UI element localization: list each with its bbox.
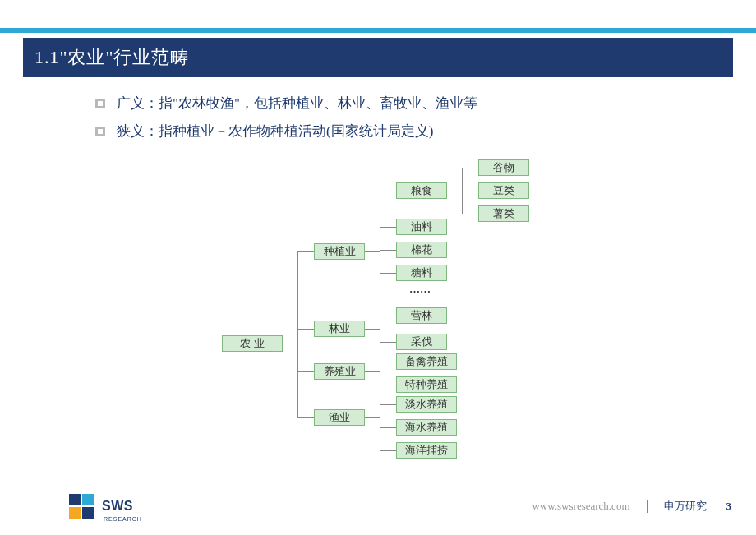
node-beans: 豆类 xyxy=(478,182,529,199)
connector xyxy=(380,316,396,316)
node-grain: 粮食 xyxy=(396,182,447,199)
node-fishery: 渔业 xyxy=(314,409,365,426)
connector xyxy=(283,344,297,344)
logo-icon xyxy=(67,492,95,520)
connector xyxy=(297,251,298,417)
bullet-text: 广义：指"农林牧渔"，包括种植业、林业、畜牧业、渔业等 xyxy=(117,94,477,113)
node-freshwater: 淡水养殖 xyxy=(396,396,457,413)
connector xyxy=(380,385,396,385)
connector xyxy=(297,251,314,252)
svg-rect-1 xyxy=(98,101,103,106)
node-seawater: 海水养殖 xyxy=(396,419,457,436)
node-ellipsis: …… xyxy=(409,283,431,296)
node-root: 农 业 xyxy=(222,335,283,352)
connector xyxy=(297,417,314,418)
logo-text: SWS xyxy=(102,499,133,514)
bullet-text: 狭义：指种植业－农作物种植活动(国家统计局定义) xyxy=(117,122,433,141)
connector xyxy=(297,329,314,330)
logo-subtext: RESEARCH xyxy=(104,516,142,522)
footer-brand: 申万研究 xyxy=(664,499,707,514)
connector xyxy=(462,168,478,168)
footer: SWS RESEARCH www.swsresearch.com 申万研究 3 xyxy=(0,487,756,520)
connector xyxy=(380,362,380,385)
connector xyxy=(380,404,396,405)
connector xyxy=(380,316,380,342)
bullet-icon xyxy=(95,127,105,136)
connector xyxy=(380,273,396,274)
node-cereal: 谷物 xyxy=(478,159,529,176)
connector xyxy=(380,342,396,343)
node-breeding: 养殖业 xyxy=(314,363,365,380)
tree-diagram: 农 业 种植业 林业 养殖业 渔业 粮食 油料 棉花 糖料 …… 谷物 豆类 薯… xyxy=(0,156,756,468)
svg-rect-7 xyxy=(82,507,94,519)
svg-rect-4 xyxy=(69,494,81,505)
connector xyxy=(365,251,380,252)
node-forestry: 林业 xyxy=(314,321,365,337)
slide-title-bar: 1.1"农业"行业范畴 xyxy=(23,38,733,77)
slide-title: 1.1"农业"行业范畴 xyxy=(35,45,189,70)
connector xyxy=(380,362,396,362)
footer-right: www.swsresearch.com 申万研究 3 xyxy=(532,499,731,514)
svg-rect-6 xyxy=(69,507,81,519)
node-cotton: 棉花 xyxy=(396,242,447,258)
node-planting: 种植业 xyxy=(314,243,365,260)
node-silviculture: 营林 xyxy=(396,307,447,324)
bullet-item: 狭义：指种植业－农作物种植活动(国家统计局定义) xyxy=(95,122,720,141)
svg-rect-5 xyxy=(82,494,94,505)
connector xyxy=(462,191,478,191)
content-area: 广义：指"农林牧渔"，包括种植业、林业、畜牧业、渔业等 狭义：指种植业－农作物种… xyxy=(95,94,720,150)
connector xyxy=(380,427,396,428)
footer-separator xyxy=(647,500,648,513)
node-oil: 油料 xyxy=(396,219,447,235)
connector xyxy=(462,214,478,214)
bullet-item: 广义：指"农林牧渔"，包括种植业、林业、畜牧业、渔业等 xyxy=(95,94,720,113)
connector xyxy=(365,329,380,330)
connector xyxy=(297,371,314,372)
footer-url: www.swsresearch.com xyxy=(532,500,629,513)
connector xyxy=(447,191,462,191)
top-accent-bar xyxy=(0,28,756,33)
node-tubers: 薯类 xyxy=(478,205,529,222)
bullet-icon xyxy=(95,99,105,108)
connector xyxy=(380,227,396,228)
node-livestock: 畜禽养殖 xyxy=(396,353,457,370)
svg-rect-3 xyxy=(98,129,103,134)
connector xyxy=(380,250,396,251)
connector xyxy=(365,417,380,418)
connector xyxy=(380,288,396,288)
connector xyxy=(365,371,380,372)
page-number: 3 xyxy=(726,500,732,513)
node-sugar: 糖料 xyxy=(396,265,447,281)
connector xyxy=(380,450,396,451)
connector xyxy=(380,191,396,191)
node-logging: 采伐 xyxy=(396,334,447,350)
node-marine: 海洋捕捞 xyxy=(396,442,457,459)
node-special: 特种养殖 xyxy=(396,376,457,393)
